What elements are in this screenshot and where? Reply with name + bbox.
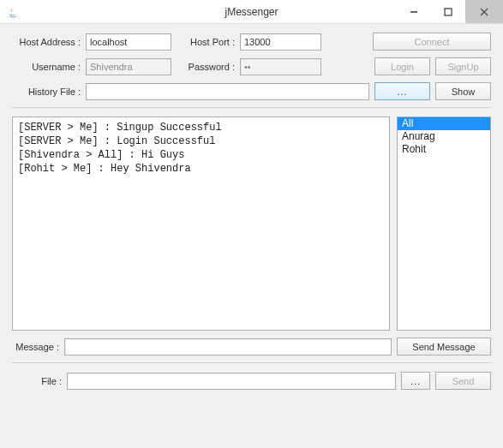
file-path-input[interactable] (67, 373, 396, 390)
password-label: Password : (183, 62, 235, 72)
password-input[interactable] (240, 58, 321, 75)
file-row: File : ... Send (12, 372, 491, 390)
maximize-button[interactable] (431, 0, 465, 23)
close-button[interactable] (465, 0, 503, 23)
user-list-item[interactable]: Rohit (398, 143, 490, 156)
history-file-label: History File : (12, 87, 81, 97)
file-label: File : (19, 376, 62, 386)
message-label: Message : (12, 342, 59, 352)
java-icon (7, 5, 21, 19)
separator (12, 362, 491, 363)
history-browse-button[interactable]: ... (374, 82, 430, 100)
login-button[interactable]: Login (374, 57, 430, 75)
host-port-label: Host Port : (183, 37, 235, 47)
host-port-input[interactable] (240, 33, 321, 51)
connection-row: Host Address : Host Port : Connect (12, 33, 491, 51)
connect-button[interactable]: Connect (373, 33, 491, 51)
svg-rect-1 (445, 9, 452, 15)
auth-row: Username : Password : Login SignUp (12, 57, 491, 75)
user-list-item[interactable]: Anurag (398, 130, 490, 143)
minimize-button[interactable] (397, 0, 431, 23)
titlebar: jMessenger (0, 0, 503, 24)
host-address-input[interactable] (86, 33, 171, 51)
message-row: Message : Send Message (12, 337, 491, 355)
file-send-button[interactable]: Send (435, 372, 491, 390)
history-file-input[interactable] (86, 83, 369, 100)
separator (12, 107, 491, 108)
send-message-button[interactable]: Send Message (397, 337, 491, 355)
username-label: Username : (12, 62, 81, 72)
user-list-item[interactable]: All (398, 117, 490, 130)
main-area: [SERVER > Me] : Singup Successful [SERVE… (12, 116, 491, 331)
user-list[interactable]: AllAnuragRohit (397, 116, 491, 331)
chat-log[interactable]: [SERVER > Me] : Singup Successful [SERVE… (12, 116, 390, 331)
signup-button[interactable]: SignUp (435, 57, 491, 75)
file-browse-button[interactable]: ... (401, 372, 430, 390)
window-controls (397, 0, 503, 23)
username-input[interactable] (86, 58, 171, 75)
message-input[interactable] (64, 338, 392, 355)
host-address-label: Host Address : (12, 37, 81, 47)
history-row: History File : ... Show (12, 82, 491, 100)
history-show-button[interactable]: Show (435, 82, 491, 100)
